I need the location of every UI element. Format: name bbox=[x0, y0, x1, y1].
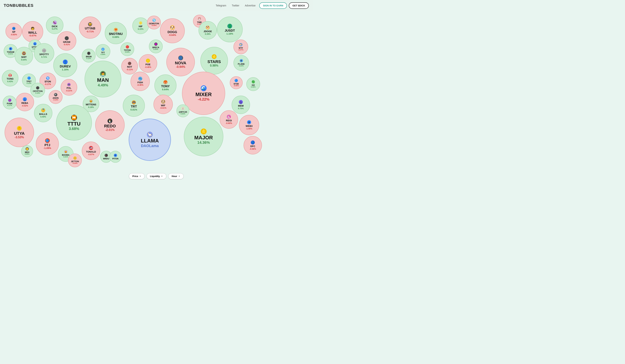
bubble-ticker-not: NOT bbox=[127, 66, 132, 68]
filter-liquidity[interactable]: Liquidity ▼ bbox=[147, 173, 166, 179]
nav-twitter[interactable]: Twitter bbox=[232, 4, 239, 7]
bubble-wif[interactable]: 🐶WIF-0.61% bbox=[154, 95, 173, 114]
bubble-pct-mem: 0.70% bbox=[238, 107, 244, 110]
bubble-pct-tston: 0.03% bbox=[125, 51, 130, 53]
bubble-icon-llama: 🦙 bbox=[147, 132, 153, 138]
bubble-ptj[interactable]: 🔷PTJ-1.09% bbox=[36, 132, 59, 155]
bubble-icon-btc25: 🐰 bbox=[181, 107, 185, 110]
bubble-trt[interactable]: 🎮TRT0.81% bbox=[123, 95, 145, 117]
bubble-icon-crypton: ⚫ bbox=[36, 86, 39, 90]
bubble-major[interactable]: ⭐MAJOR14.36% bbox=[184, 117, 223, 156]
bubble-pct-pxl: -0.21% bbox=[66, 90, 72, 92]
bubble-pct-redo: -2.01% bbox=[105, 128, 115, 132]
bubble-jdoge[interactable]: 🐕JDOGE0.39% bbox=[198, 21, 217, 39]
bubble-crypton[interactable]: ⚫CRYPTON0.19% bbox=[30, 83, 45, 97]
bubble-pct-jetton: -0.03% bbox=[72, 162, 78, 164]
bubble-dogg[interactable]: 🐶DOGG-0.64% bbox=[160, 18, 185, 43]
bubble-redo[interactable]: 🐧REDO-2.01% bbox=[95, 110, 125, 140]
bubble-tonalnd[interactable]: 🇺🇸TONALD-0.67% bbox=[82, 142, 100, 160]
bubble-tston[interactable]: ⭕TSTON0.03% bbox=[120, 42, 134, 56]
bubble-notinu[interactable]: 🦊$NOTINU0.69% bbox=[105, 22, 127, 44]
bubble-ticker-llama: LLAMA bbox=[141, 138, 159, 144]
bubble-pct-utyab: -0.71% bbox=[86, 30, 94, 33]
bubble-nova[interactable]: 🌀NOVA-0.94% bbox=[166, 48, 195, 76]
bubble-ticker-dfc: DFC bbox=[250, 145, 255, 148]
bubble-tong[interactable]: 🀄TONG0.43% bbox=[2, 70, 18, 86]
bubble-durev[interactable]: 👤DUREV1.16% bbox=[53, 53, 77, 77]
bubble-dick[interactable]: 🍆DICK0.27% bbox=[46, 17, 63, 34]
bubble-icon-dogg: 🐶 bbox=[170, 25, 175, 30]
bubble-icon-mrdu: 🎩 bbox=[105, 154, 108, 157]
bubble-balls[interactable]: 🏅BALLS0.40% bbox=[34, 104, 52, 122]
bubble-icon-hif: ⚡ bbox=[139, 21, 142, 25]
getdick-button[interactable]: GET $DICK bbox=[289, 2, 309, 9]
bubble-ticker-dogg: DOGG bbox=[168, 30, 177, 34]
bubble-web3[interactable]: ≋WEB3-1.00% bbox=[239, 115, 259, 135]
bubble-ticker-utyab: UTYAB bbox=[85, 27, 95, 30]
bubble-tft[interactable]: 💧TFT0.30% bbox=[95, 44, 110, 59]
bubble-reba[interactable]: △REBA-0.52% bbox=[16, 93, 34, 111]
bubble-pct-wif: -0.61% bbox=[160, 107, 166, 109]
bubble-gram[interactable]: ⬡GRAM-0.41% bbox=[57, 31, 76, 51]
bubble-llama[interactable]: 🦙LLAMADAOLama bbox=[129, 119, 171, 161]
bubble-fish[interactable]: 🐟FISH-0.46% bbox=[130, 72, 150, 91]
bubble-gh[interactable]: 🦎GH0.40% bbox=[246, 77, 260, 91]
bubble-punk[interactable]: 🟣PUNK0.17% bbox=[3, 96, 17, 109]
bubble-reca[interactable]: 😈$RECA0.25% bbox=[149, 39, 163, 53]
bubble-pct-btc25: 0.02% bbox=[181, 113, 185, 115]
bubble-ticker-tonalnd: TONALD bbox=[86, 151, 96, 153]
bubble-shit[interactable]: 💩SHIT0.64% bbox=[15, 47, 33, 65]
bubble-sp[interactable]: 💙SP-0.83% bbox=[5, 23, 22, 39]
bubble-meh[interactable]: 😶MEH0.00% bbox=[21, 145, 33, 157]
signin-button[interactable]: SIGN IN TO EARN bbox=[259, 2, 287, 9]
bubble-wall[interactable]: 🧑WALL-0.67% bbox=[22, 21, 43, 42]
bubble-icon-jusdt: 💲 bbox=[227, 24, 232, 29]
bubble-icon-ston: 💎 bbox=[46, 76, 49, 80]
bubble-ticker-piton: PITON bbox=[112, 157, 118, 160]
bubble-poe[interactable]: ⚡POE-0.45% bbox=[139, 54, 157, 73]
bubble-jetton[interactable]: 👑JETTON-0.03% bbox=[68, 153, 82, 167]
bubble-not[interactable]: 🚫NOT-0.11% bbox=[121, 58, 138, 74]
bubble-ticker-mrdu: MRDU bbox=[103, 157, 109, 160]
filter-hour[interactable]: Hour ▼ bbox=[168, 173, 184, 179]
nav-advertise[interactable]: Advertise bbox=[245, 4, 255, 7]
bubble-spotty[interactable]: 🐺SPOTTY0.71% bbox=[34, 43, 54, 63]
bubble-8num[interactable]: 88NUM0.12% bbox=[82, 49, 95, 62]
bubble-mem[interactable]: △MEM0.70% bbox=[232, 96, 250, 114]
bubble-icon-mem: △ bbox=[239, 100, 243, 104]
bubble-utya[interactable]: 🐥UTYA-3.53% bbox=[5, 118, 34, 147]
bubble-anon[interactable]: 🎱ANON-0.10% bbox=[49, 90, 62, 104]
bubble-pct-reba: -0.52% bbox=[22, 105, 28, 107]
bubble-stars[interactable]: ⭐STARS0.98% bbox=[200, 47, 228, 74]
bubble-man[interactable]: 🧑‍💼MAN4.49% bbox=[85, 61, 121, 97]
bubble-utyab[interactable]: 😺UTYAB-0.71% bbox=[79, 17, 101, 39]
filter-price[interactable]: Price ▼ bbox=[129, 173, 145, 179]
bubble-ticker-notinu: $NOTINU bbox=[109, 32, 123, 36]
bubble-btc25[interactable]: 🐰@BTC250.02% bbox=[177, 104, 189, 117]
bubble-piton[interactable]: πPITON bbox=[109, 151, 121, 163]
bubble-pxl[interactable]: 🎮PXL-0.21% bbox=[61, 79, 77, 96]
bubble-icon-fish: 🐟 bbox=[138, 77, 142, 81]
bubble-wtf[interactable]: 🐡WTF-0.07% bbox=[233, 39, 248, 54]
nav-telegram[interactable]: Telegram bbox=[216, 4, 226, 7]
bubble-pct-wall: -0.67% bbox=[29, 34, 36, 37]
bubble-ticker-redo: REDO bbox=[104, 124, 116, 128]
bubbles-container: 💙SP-0.83%🧑WALL-0.67%🍆DICK0.27%⬡GRAM-0.41… bbox=[0, 11, 312, 182]
bubble-tttu[interactable]: ⏩TTTU3.68% bbox=[56, 105, 92, 141]
bubble-hif[interactable]: ⚡HIF0.33% bbox=[132, 17, 149, 34]
bubble-plane[interactable]: ✈PLANE0.23% bbox=[233, 55, 249, 71]
bubble-icon-tft: 💧 bbox=[101, 48, 105, 51]
bubble-ticker-crypton: CRYPTON bbox=[33, 90, 42, 92]
bubble-icon-jdoge: 🐕 bbox=[206, 26, 210, 30]
bubble-jusdt[interactable]: 💲JUSDT1.16% bbox=[217, 17, 243, 42]
bubble-ticker-mem: MEM bbox=[238, 105, 244, 107]
bubble-dfc[interactable]: 🔵DFC-0.56% bbox=[244, 136, 262, 154]
bubble-ticker-wif: WIF bbox=[161, 104, 165, 107]
bubble-gemston[interactable]: 💎GEMSTON-0.05% bbox=[147, 16, 161, 30]
bubble-icon-pxl: 🎮 bbox=[67, 83, 71, 86]
bubble-tony[interactable]: 🦊TONY0.64% bbox=[155, 74, 177, 96]
bubble-regi[interactable]: 🦄REGI-0.60% bbox=[220, 110, 238, 129]
bubble-ticker-jusdt: JUSDT bbox=[225, 29, 235, 32]
bubble-pct-durev: 1.16% bbox=[62, 68, 69, 71]
bubble-tsb[interactable]: 🔷$TSB-0.05% bbox=[230, 76, 243, 89]
